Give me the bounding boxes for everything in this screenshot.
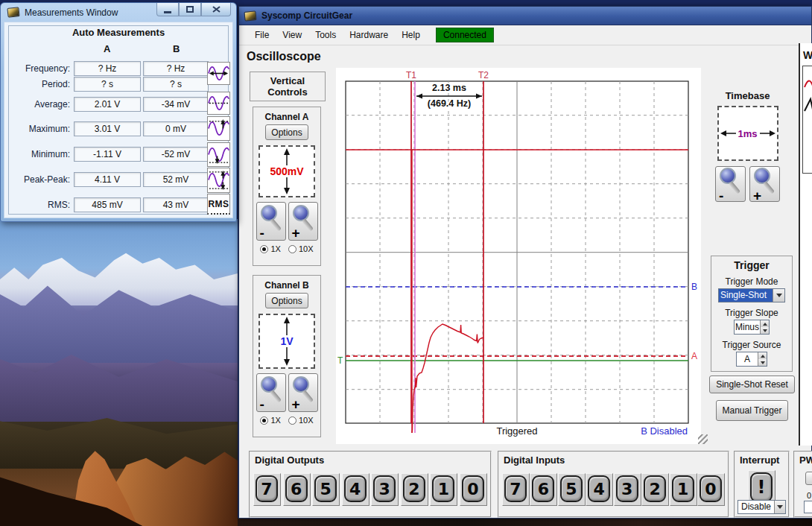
scope-resize-grip[interactable]: [698, 434, 708, 444]
channel-b-volts-per-div: 1V: [278, 335, 295, 347]
channel-b-options-button[interactable]: Options: [265, 293, 308, 308]
manual-trigger-button[interactable]: Manual Trigger: [716, 400, 788, 421]
average-a-value: 2.01 V: [74, 97, 141, 112]
channel-a-volts-per-div: 500mV: [267, 165, 305, 177]
digital-input-1-indicator[interactable]: 1: [670, 473, 697, 506]
channel-b-zoom-in-button[interactable]: +: [288, 373, 318, 412]
digital-output-5-button[interactable]: 5: [312, 473, 340, 506]
channel-b-probe-10x-radio[interactable]: 10X: [288, 416, 314, 425]
magnifier-minus-icon: -: [257, 374, 285, 411]
menu-view[interactable]: View: [276, 27, 308, 43]
vertical-controls-header: Vertical Controls: [250, 72, 326, 101]
close-button[interactable]: [201, 3, 231, 16]
channel-a-options-button[interactable]: Options: [265, 124, 308, 140]
scope-display[interactable]: B A T T1 T2 2.13 ms (469.4 Hz) Tr: [336, 68, 701, 444]
interrupt-panel: Interrupt ! Disable: [734, 451, 790, 518]
interrupt-mode-combobox[interactable]: Disable: [738, 500, 786, 514]
t1-cursor-label: T1: [406, 70, 416, 80]
column-header-a: A: [104, 43, 110, 54]
combobox-dropdown-icon[interactable]: [773, 289, 784, 302]
row-label-period: Period:: [4, 79, 70, 89]
digital-outputs-panel: Digital Outputs 7 6 5 4 3 2 1 0: [249, 451, 492, 518]
trigger-mode-combobox[interactable]: Single-Shot: [718, 288, 785, 302]
channel-a-group: Channel A Options 500mV - + 1X 10X: [253, 107, 321, 266]
digital-inputs-panel: Digital Inputs 7 6 5 4 3 2 1 0: [498, 451, 729, 518]
timebase-zoom-in-button[interactable]: +: [749, 166, 780, 202]
trigger-level-label: T: [337, 355, 343, 366]
spinner-arrows-icon[interactable]: [760, 320, 769, 334]
combobox-dropdown-icon[interactable]: [774, 501, 785, 513]
menu-tools[interactable]: Tools: [308, 27, 343, 43]
column-header-b: B: [173, 43, 180, 54]
trigger-source-spinbox[interactable]: A: [736, 352, 767, 367]
digital-input-3-indicator[interactable]: 3: [614, 473, 641, 506]
minimize-icon: [164, 11, 171, 13]
maximum-a-value: 3.01 V: [74, 121, 141, 136]
trigger-mode-label: Trigger Mode: [711, 276, 792, 287]
row-label-rms: RMS:: [4, 200, 70, 210]
channel-b-probe-1x-radio[interactable]: 1X: [260, 416, 281, 425]
average-icon: [207, 92, 230, 115]
single-shot-reset-button[interactable]: Single-Shot Reset: [709, 376, 795, 393]
menu-file[interactable]: File: [248, 27, 276, 43]
digital-input-2-indicator[interactable]: 2: [641, 473, 669, 506]
digital-input-5-indicator[interactable]: 5: [558, 473, 586, 506]
measurements-body: Auto Measurements A B Frequency: ? Hz ? …: [4, 22, 233, 218]
trigger-slope-label: Trigger Slope: [711, 308, 792, 318]
digital-output-0-button[interactable]: 0: [460, 473, 487, 506]
app-icon: [7, 7, 19, 18]
channel-a-probe-1x-radio[interactable]: 1X: [260, 244, 281, 253]
channel-a-reference-label: A: [691, 351, 697, 361]
channel-a-probe-10x-radio[interactable]: 10X: [288, 244, 314, 253]
connected-status-badge[interactable]: Connected: [436, 28, 494, 42]
trigger-mode-value: Single-Shot: [719, 289, 773, 302]
digital-input-4-indicator[interactable]: 4: [586, 473, 613, 506]
rms-a-value: 485 mV: [74, 197, 141, 212]
digital-output-3-button[interactable]: 3: [371, 473, 399, 506]
frequency-a-value: ? Hz: [74, 61, 141, 76]
trigger-status-text: Triggered: [496, 425, 537, 437]
channel-b-range-display[interactable]: 1V: [258, 314, 315, 369]
timebase-range-display[interactable]: 1ms: [717, 106, 778, 161]
trigger-slope-spinbox[interactable]: Minus: [734, 320, 770, 335]
desktop-wallpaper: [0, 219, 238, 526]
minimize-button[interactable]: [156, 3, 179, 16]
trigger-panel: Trigger Trigger Mode Single-Shot Trigger…: [711, 256, 793, 372]
pwm-title: PW: [799, 454, 812, 466]
digital-output-7-button[interactable]: 7: [253, 473, 281, 506]
digital-input-0-indicator[interactable]: 0: [697, 473, 725, 506]
channel-b-zoom-out-button[interactable]: -: [256, 373, 286, 412]
menu-hardware[interactable]: Hardware: [343, 27, 395, 43]
waveform-icon-box-partial[interactable]: [802, 66, 812, 174]
circuitgear-titlebar[interactable]: Syscomp CircuitGear: [239, 7, 811, 25]
peak-peak-a-value: 4.11 V: [74, 172, 141, 187]
window-title: Syscomp CircuitGear: [261, 10, 352, 21]
menu-help[interactable]: Help: [395, 27, 427, 43]
digital-input-6-indicator[interactable]: 6: [530, 473, 557, 506]
digital-output-1-button[interactable]: 1: [430, 473, 457, 506]
row-label-maximum: Maximum:: [4, 124, 70, 134]
digital-outputs-title: Digital Outputs: [255, 454, 324, 466]
peak-peak-b-value: 52 mV: [143, 172, 209, 187]
channel-a-zoom-out-button[interactable]: -: [256, 202, 286, 241]
pwm-button-partial[interactable]: [805, 472, 812, 485]
spinner-arrows-icon[interactable]: [758, 352, 767, 366]
frequency-b-value: ? Hz: [143, 61, 209, 76]
pwm-value: 0: [807, 491, 811, 500]
measurements-window-title: Measurements Window: [25, 7, 118, 18]
peak-peak-icon: [207, 168, 230, 193]
pwm-combobox-partial[interactable]: [804, 501, 812, 513]
digital-output-2-button[interactable]: 2: [401, 473, 428, 506]
period-b-value: ? s: [143, 77, 209, 92]
timebase-title: Timebase: [711, 90, 784, 101]
digital-output-4-button[interactable]: 4: [342, 473, 369, 506]
digital-input-7-indicator[interactable]: 7: [502, 473, 530, 506]
digital-output-6-button[interactable]: 6: [283, 473, 311, 506]
channel-a-range-display[interactable]: 500mV: [258, 145, 315, 197]
maximize-button[interactable]: [179, 3, 201, 16]
timebase-zoom-out-button[interactable]: -: [715, 166, 746, 202]
channel-a-zoom-in-button[interactable]: +: [288, 202, 318, 241]
row-label-peak-peak: Peak-Peak:: [4, 174, 70, 185]
timebase-per-div: 1ms: [735, 128, 759, 139]
channel-b-reference-label: B: [691, 282, 697, 292]
